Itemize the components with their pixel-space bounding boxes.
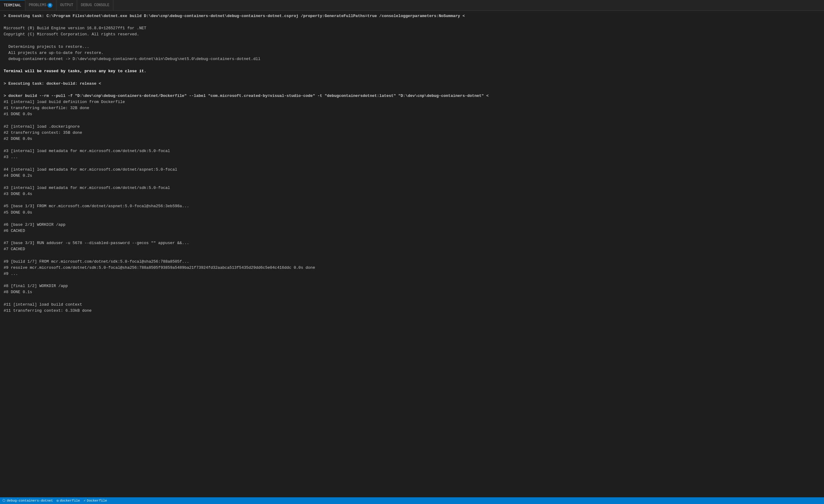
- terminal-normal-line: #9 ...: [4, 271, 820, 277]
- tab-problems[interactable]: PROBLEMS6: [25, 0, 57, 10]
- terminal-normal-line: #4 [internal] load metadata for mcr.micr…: [4, 167, 820, 173]
- tab-label-terminal: TERMINAL: [4, 3, 21, 8]
- dockerfile-icon: ◎: [57, 498, 59, 503]
- dockerfiletype-icon: ✓: [84, 498, 86, 503]
- terminal-normal-line: debug-containers-dotnet -> D:\dev\cnp\de…: [4, 56, 820, 62]
- terminal-bold-line: Terminal will be reused by tasks, press …: [4, 68, 820, 74]
- project-icon: ⬡: [2, 498, 5, 503]
- terminal-normal-line: #7 CACHED: [4, 246, 820, 252]
- terminal-blank-line: [4, 179, 820, 185]
- terminal-normal-line: #5 [base 1/3] FROM mcr.microsoft.com/dot…: [4, 203, 820, 209]
- tab-terminal[interactable]: TERMINAL: [0, 0, 25, 10]
- terminal-blank-line: [4, 142, 820, 148]
- terminal-blank-line: [4, 38, 820, 44]
- terminal-normal-line: #1 transferring dockerfile: 32B done: [4, 105, 820, 111]
- terminal-normal-line: #3 [internal] load metadata for mcr.micr…: [4, 185, 820, 191]
- terminal-normal-line: #1 DONE 0.0s: [4, 111, 820, 117]
- terminal-normal-line: #2 [internal] load .dockerignore: [4, 124, 820, 130]
- terminal-normal-line: All projects are up-to-date for restore.: [4, 50, 820, 56]
- terminal-normal-line: #8 DONE 0.1s: [4, 289, 820, 295]
- terminal-cmd-line: > Executing task: C:\Program Files\dotne…: [4, 13, 820, 19]
- terminal-normal-line: Determining projects to restore...: [4, 44, 820, 50]
- terminal-normal-line: #2 DONE 0.0s: [4, 136, 820, 142]
- terminal-normal-line: #1 [internal] load build definition from…: [4, 99, 820, 105]
- terminal-normal-line: #9 [build 1/7] FROM mcr.microsoft.com/do…: [4, 259, 820, 265]
- terminal-blank-line: [4, 74, 820, 81]
- status-item-dockerfiletype[interactable]: ✓Dockerfile: [84, 498, 107, 503]
- terminal-normal-line: #11 [internal] load build context: [4, 302, 820, 308]
- terminal-normal-line: #4 DONE 0.2s: [4, 173, 820, 179]
- terminal-content[interactable]: > Executing task: C:\Program Files\dotne…: [0, 11, 824, 497]
- terminal-blank-line: [4, 234, 820, 240]
- project-label: debug-containers-dotnet: [7, 498, 53, 503]
- terminal-normal-line: Microsoft (R) Build Engine version 16.8.…: [4, 25, 820, 31]
- dockerfile-label: dockerfile: [60, 498, 80, 503]
- terminal-normal-line: #8 [final 1/2] WORKDIR /app: [4, 283, 820, 289]
- status-item-dockerfile[interactable]: ◎dockerfile: [57, 498, 80, 503]
- terminal-cmd-line: > Executing task: docker-build: release …: [4, 81, 820, 87]
- tab-label-output: OUTPUT: [60, 2, 73, 8]
- terminal-blank-line: [4, 252, 820, 259]
- status-item-project[interactable]: ⬡debug-containers-dotnet: [2, 498, 53, 503]
- terminal-blank-line: [4, 87, 820, 93]
- tab-label-debug-console: DEBUG CONSOLE: [81, 2, 109, 8]
- terminal-normal-line: #2 transferring context: 35B done: [4, 130, 820, 136]
- status-bar: ⬡debug-containers-dotnet◎dockerfile✓Dock…: [0, 497, 824, 504]
- tab-debug-console[interactable]: DEBUG CONSOLE: [77, 0, 113, 10]
- tab-badge-problems: 6: [47, 3, 53, 8]
- terminal-normal-line: #3 ...: [4, 154, 820, 160]
- terminal-normal-line: #11 transferring context: 6.33kB done: [4, 308, 820, 314]
- tab-label-problems: PROBLEMS: [29, 2, 46, 8]
- dockerfiletype-label: Dockerfile: [87, 498, 107, 503]
- terminal-blank-line: [4, 117, 820, 123]
- terminal-blank-line: [4, 295, 820, 301]
- terminal-normal-line: Copyright (C) Microsoft Corporation. All…: [4, 31, 820, 37]
- terminal-normal-line: #6 CACHED: [4, 228, 820, 234]
- terminal-normal-line: #6 [base 2/3] WORKDIR /app: [4, 222, 820, 228]
- terminal-normal-line: #7 [base 3/3] RUN adduser -u 5678 --disa…: [4, 240, 820, 246]
- terminal-blank-line: [4, 160, 820, 166]
- tab-output[interactable]: OUTPUT: [57, 0, 77, 10]
- terminal-blank-line: [4, 19, 820, 25]
- terminal-blank-line: [4, 216, 820, 222]
- terminal-blank-line: [4, 62, 820, 68]
- terminal-blank-line: [4, 197, 820, 203]
- terminal-normal-line: #5 DONE 0.0s: [4, 210, 820, 216]
- terminal-normal-line: #9 resolve mcr.microsoft.com/dotnet/sdk:…: [4, 265, 820, 271]
- terminal-normal-line: #3 [internal] load metadata for mcr.micr…: [4, 148, 820, 154]
- terminal-normal-line: #3 DONE 0.4s: [4, 191, 820, 197]
- terminal-cmd-line: > docker build --rm --pull -f "D:\dev\cn…: [4, 93, 820, 99]
- tab-bar: TERMINALPROBLEMS6OUTPUTDEBUG CONSOLE: [0, 0, 824, 11]
- terminal-blank-line: [4, 277, 820, 283]
